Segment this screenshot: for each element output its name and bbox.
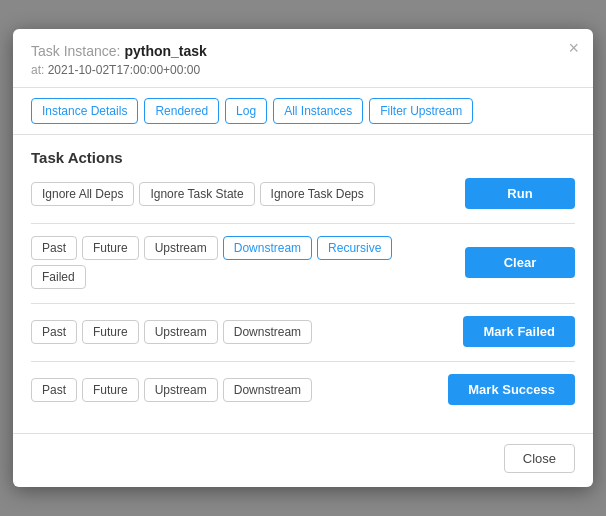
tab-log[interactable]: Log xyxy=(225,98,267,124)
tag-clear-past[interactable]: Past xyxy=(31,236,77,260)
title-label: Task Instance: xyxy=(31,43,121,59)
tag-ignore-task-deps[interactable]: Ignore Task Deps xyxy=(260,182,375,206)
tag-clear-downstream[interactable]: Downstream xyxy=(223,236,312,260)
tag-failed-upstream[interactable]: Upstream xyxy=(144,320,218,344)
divider-3 xyxy=(31,361,575,362)
mark-failed-tag-group: Past Future Upstream Downstream xyxy=(31,320,447,344)
tag-clear-failed[interactable]: Failed xyxy=(31,265,86,289)
tag-failed-future[interactable]: Future xyxy=(82,320,139,344)
subtitle-value: 2021-10-02T17:00:00+00:00 xyxy=(48,63,200,77)
modal-header: Task Instance: python_task at: 2021-10-0… xyxy=(13,29,593,88)
clear-button[interactable]: Clear xyxy=(465,247,575,278)
tag-success-downstream[interactable]: Downstream xyxy=(223,378,312,402)
tag-ignore-all-deps[interactable]: Ignore All Deps xyxy=(31,182,134,206)
title-value: python_task xyxy=(124,43,206,59)
clear-tag-group: Past Future Upstream Downstream Recursiv… xyxy=(31,236,449,289)
clear-action-row: Past Future Upstream Downstream Recursiv… xyxy=(31,236,575,289)
tab-filter-upstream[interactable]: Filter Upstream xyxy=(369,98,473,124)
footer-close-button[interactable]: Close xyxy=(504,444,575,473)
task-instance-modal: Task Instance: python_task at: 2021-10-0… xyxy=(13,29,593,487)
mark-success-tag-group: Past Future Upstream Downstream xyxy=(31,378,432,402)
tab-instance-details[interactable]: Instance Details xyxy=(31,98,138,124)
tag-success-future[interactable]: Future xyxy=(82,378,139,402)
modal-overlay: Task Instance: python_task at: 2021-10-0… xyxy=(0,0,606,516)
mark-success-action-row: Past Future Upstream Downstream Mark Suc… xyxy=(31,374,575,405)
run-action-row: Ignore All Deps Ignore Task State Ignore… xyxy=(31,178,575,209)
modal-title: Task Instance: python_task xyxy=(31,43,575,59)
modal-footer: Close xyxy=(13,433,593,487)
tab-all-instances[interactable]: All Instances xyxy=(273,98,363,124)
run-tag-group: Ignore All Deps Ignore Task State Ignore… xyxy=(31,182,449,206)
modal-close-icon[interactable]: × xyxy=(568,39,579,57)
tag-success-upstream[interactable]: Upstream xyxy=(144,378,218,402)
modal-subtitle: at: 2021-10-02T17:00:00+00:00 xyxy=(31,63,575,77)
mark-failed-button[interactable]: Mark Failed xyxy=(463,316,575,347)
mark-failed-action-row: Past Future Upstream Downstream Mark Fai… xyxy=(31,316,575,347)
mark-success-button[interactable]: Mark Success xyxy=(448,374,575,405)
run-button[interactable]: Run xyxy=(465,178,575,209)
divider-2 xyxy=(31,303,575,304)
tag-failed-downstream[interactable]: Downstream xyxy=(223,320,312,344)
divider-1 xyxy=(31,223,575,224)
tag-clear-upstream[interactable]: Upstream xyxy=(144,236,218,260)
tab-bar: Instance Details Rendered Log All Instan… xyxy=(13,88,593,135)
tag-failed-past[interactable]: Past xyxy=(31,320,77,344)
tag-ignore-task-state[interactable]: Ignore Task State xyxy=(139,182,254,206)
modal-body: Task Actions Ignore All Deps Ignore Task… xyxy=(13,135,593,433)
tag-clear-recursive[interactable]: Recursive xyxy=(317,236,392,260)
subtitle-label: at: xyxy=(31,63,44,77)
tab-rendered[interactable]: Rendered xyxy=(144,98,219,124)
tag-clear-future[interactable]: Future xyxy=(82,236,139,260)
section-title: Task Actions xyxy=(31,149,575,166)
tag-success-past[interactable]: Past xyxy=(31,378,77,402)
